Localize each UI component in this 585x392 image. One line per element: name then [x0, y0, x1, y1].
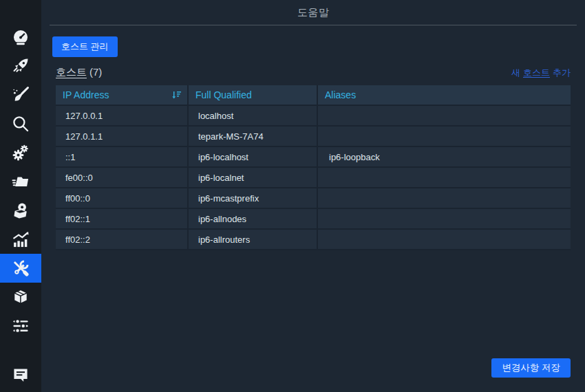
broom-icon: [11, 85, 30, 105]
sidebar-item-dashboard[interactable]: [0, 23, 41, 52]
table-cell: localhost: [188, 105, 317, 126]
table-row[interactable]: ff02::1ip6-allnodes: [56, 208, 571, 229]
sidebar-item-services[interactable]: [0, 138, 41, 167]
page-title: 도움말: [297, 6, 329, 19]
column-header-ip-address[interactable]: IP Address: [56, 85, 188, 105]
table-cell: 127.0.1.1: [56, 126, 188, 146]
rocket-icon: [11, 56, 30, 76]
table-cell: ip6-loopback: [317, 146, 571, 167]
sidebar-item-packages[interactable]: [0, 196, 41, 225]
table-row[interactable]: 127.0.1.1tepark-MS-7A74: [56, 126, 571, 146]
sidebar-menu: [0, 0, 41, 340]
sidebar-item-cleaner[interactable]: [0, 80, 41, 109]
disc-box-icon: [11, 201, 30, 220]
table-row[interactable]: ::1ip6-localhostip6-loopback: [56, 146, 571, 167]
table-row[interactable]: ff02::2ip6-allrouters: [56, 229, 571, 250]
sidebar-item-preferences[interactable]: [0, 312, 41, 340]
hosts-section-header: 호스트(7) 새호스트추가: [56, 66, 571, 79]
table-cell: [317, 188, 571, 208]
table-cell: ff02::1: [56, 208, 188, 229]
table-cell: ip6-allrouters: [188, 229, 317, 250]
table-cell: [317, 229, 571, 250]
table-cell: ff00::0: [56, 188, 188, 208]
table-cell: ff02::2: [56, 229, 188, 250]
table-cell: tepark-MS-7A74: [188, 126, 317, 146]
sidebar-item-search[interactable]: [0, 109, 41, 138]
cube-icon: [11, 287, 30, 307]
chart-icon: [11, 230, 30, 249]
sidebar-item-startup[interactable]: [0, 52, 41, 80]
table-cell: ::1: [56, 146, 188, 167]
add-host-link-word: 호스트: [523, 67, 550, 78]
sidebar-item-tools[interactable]: [0, 254, 41, 283]
hosts-table: IP Address Full QualifiedAliases 127.0.0…: [56, 85, 571, 250]
dashboard-icon: [11, 28, 30, 47]
table-row[interactable]: 127.0.0.1localhost: [56, 105, 571, 126]
tools-icon: [11, 259, 30, 278]
table-header-row: IP Address Full QualifiedAliases: [56, 85, 571, 105]
table-cell: 127.0.0.1: [56, 105, 188, 126]
hosts-count: (7): [89, 66, 102, 78]
sidebar-item-statistics[interactable]: [0, 225, 41, 254]
table-cell: fe00::0: [56, 167, 188, 188]
chat-icon: [11, 365, 30, 387]
fast-folder-icon: [11, 172, 30, 191]
column-header-full-qualified[interactable]: Full Qualified: [188, 85, 317, 105]
table-cell: ip6-localnet: [188, 167, 317, 188]
table-cell: [317, 105, 571, 126]
add-host-link[interactable]: 새호스트추가: [511, 67, 571, 79]
table-cell: ip6-mcastprefix: [188, 188, 317, 208]
table-cell: [317, 208, 571, 229]
main-panel: 호스트 관리 호스트(7) 새호스트추가 IP Address Full Qua…: [41, 25, 585, 250]
top-bar: 도움말: [50, 0, 577, 25]
search-icon: [11, 114, 30, 133]
gears-icon: [11, 143, 30, 162]
sliders-icon: [11, 316, 30, 336]
table-cell: ip6-allnodes: [188, 208, 317, 229]
sidebar-item-feedback[interactable]: [0, 362, 41, 390]
sidebar: [0, 0, 41, 392]
content-area: 도움말 호스트 관리 호스트(7) 새호스트추가 IP Address Full…: [41, 0, 585, 392]
table-body: 127.0.0.1localhost127.0.1.1tepark-MS-7A7…: [56, 105, 571, 250]
column-header-aliases[interactable]: Aliases: [317, 85, 571, 105]
add-host-link-suffix: 추가: [553, 67, 571, 78]
table-cell: [317, 167, 571, 188]
table-row[interactable]: ff00::0ip6-mcastprefix: [56, 188, 571, 208]
sidebar-item-software[interactable]: [0, 283, 41, 312]
add-host-link-prefix: 새: [511, 67, 520, 78]
sidebar-item-filemanager[interactable]: [0, 167, 41, 196]
hosts-title: 호스트(7): [56, 66, 102, 79]
host-manage-button[interactable]: 호스트 관리: [52, 36, 118, 57]
table-cell: ip6-localhost: [188, 146, 317, 167]
hosts-title-word[interactable]: 호스트: [56, 66, 87, 78]
save-changes-button[interactable]: 변경사항 저장: [491, 358, 571, 378]
table-row[interactable]: fe00::0ip6-localnet: [56, 167, 571, 188]
table-cell: [317, 126, 571, 146]
